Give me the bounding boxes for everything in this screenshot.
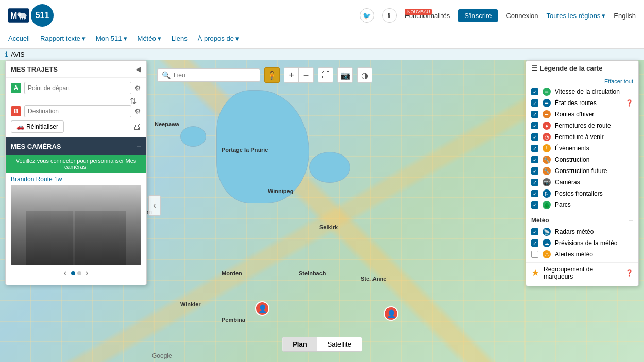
camera-toggle-button[interactable]: 📷 xyxy=(337,67,353,83)
search-box: 🔍 xyxy=(157,68,260,82)
meteo-collapse-button[interactable]: − xyxy=(629,216,633,225)
legend-check-radars[interactable]: ✓ xyxy=(531,228,538,235)
legend-check-evenements[interactable]: ✓ xyxy=(531,145,538,152)
nav-a-propos[interactable]: À propos de ▾ xyxy=(198,35,239,42)
meteo-section-header: Météo − xyxy=(526,213,638,226)
logo-511[interactable]: 511 xyxy=(31,4,54,27)
lake-small-2 xyxy=(180,126,206,147)
etat-info-icon[interactable]: ❓ xyxy=(625,99,633,107)
legend-check-hiver[interactable]: ✓ xyxy=(531,111,538,118)
trajets-collapse-button[interactable]: ◀ xyxy=(135,65,141,73)
legend-label-postes: Postes frontaliers xyxy=(555,190,603,197)
legend-item-construction[interactable]: ✓ 🔧 Construction xyxy=(526,154,638,165)
legend-item-radars[interactable]: ✓ 📡 Radars météo xyxy=(526,226,638,237)
nav-liens[interactable]: Liens xyxy=(172,35,188,42)
nav-accueil[interactable]: Accueil xyxy=(8,35,30,42)
left-panel: MES TRAJETS ◀ A ⚙ ⇅ B ⚙ 🚗 Réinitialiser xyxy=(5,60,147,285)
toutes-regions-dropdown[interactable]: Toutes les régions ▾ xyxy=(547,12,606,20)
effacer-tout-link[interactable]: Effacer tout xyxy=(604,78,633,84)
legend-check-postes[interactable]: ✓ xyxy=(531,190,538,197)
legend-item-construction-future[interactable]: ✓ 🔧 Construction future xyxy=(526,165,638,177)
legend-check-etat[interactable]: ✓ xyxy=(531,99,538,107)
camera-dot-1[interactable] xyxy=(71,271,75,275)
point-b-settings-button[interactable]: ⚙ xyxy=(134,107,141,115)
info-circle-icon[interactable]: ℹ xyxy=(382,8,397,23)
english-link[interactable]: English xyxy=(614,12,636,20)
point-a-input[interactable] xyxy=(24,82,131,94)
bison-icon: M xyxy=(8,8,29,23)
legend-check-previsions[interactable]: ✓ xyxy=(531,239,538,247)
nav-mon-511[interactable]: Mon 511 ▾ xyxy=(96,35,127,42)
legend-check-alertes[interactable] xyxy=(531,251,538,258)
camera-dot-2[interactable] xyxy=(77,271,81,275)
satellite-button[interactable]: Satellite xyxy=(317,337,362,351)
reinitialiser-button[interactable]: 🚗 Réinitialiser xyxy=(11,120,64,133)
legend-item-postes[interactable]: ✓ 🏳 Postes frontaliers xyxy=(526,188,638,199)
zoom-in-button[interactable]: + xyxy=(284,68,299,82)
nav-rapport-texte[interactable]: Rapport texte ▾ xyxy=(40,35,86,42)
point-a-row: A ⚙ xyxy=(11,82,141,94)
camera-name[interactable]: Brandon Route 1w xyxy=(11,176,141,183)
nav-meteo[interactable]: Météo ▾ xyxy=(138,35,161,42)
legend-check-fermeture-venir[interactable]: ✓ xyxy=(531,133,538,141)
legend-check-construction[interactable]: ✓ xyxy=(531,156,538,163)
legend-icon-fermetures: ● xyxy=(543,122,551,130)
legend-check-fermetures[interactable]: ✓ xyxy=(531,122,538,129)
sinscrire-button[interactable]: S'inscrire xyxy=(458,9,498,22)
svg-rect-7 xyxy=(25,17,26,19)
legend-item-vitesse[interactable]: ✓ ━ Vitesse de la circulation xyxy=(526,86,638,97)
lake-small-1 xyxy=(309,152,350,183)
map-person-marker-2[interactable]: 👤 xyxy=(384,306,398,321)
connexion-link[interactable]: Connexion xyxy=(506,12,538,20)
fullscreen-button[interactable]: ⛶ xyxy=(318,67,333,83)
camera-next-button[interactable]: › xyxy=(86,268,89,279)
legend-check-parcs[interactable]: ✓ xyxy=(531,201,538,209)
legend-item-fermetures[interactable]: ✓ ● Fermetures de route xyxy=(526,120,638,131)
legend-item-fermeture-venir[interactable]: ✓ ◔ Fermeture à venir xyxy=(526,131,638,143)
map-prev-button[interactable]: ‹ xyxy=(148,195,161,216)
point-a-settings-button[interactable]: ⚙ xyxy=(134,84,141,92)
legend-icon-construction-future: 🔧 xyxy=(543,167,551,175)
print-button[interactable]: 🖨 xyxy=(133,122,141,131)
camera-road-image xyxy=(11,185,141,265)
legend-item-hiver[interactable]: ✓ ━ Routes d'hiver xyxy=(526,109,638,120)
search-input[interactable] xyxy=(174,72,246,79)
groupement-info-icon[interactable]: ❓ xyxy=(625,269,633,277)
legend-item-etat[interactable]: ✓ ━ État des routes ❓ xyxy=(526,97,638,109)
legend-check-construction-future[interactable]: ✓ xyxy=(531,167,538,175)
groupement-star-icon: ★ xyxy=(531,267,539,279)
nouveau-badge: NOUVEAU xyxy=(405,9,432,15)
legend-icon-parcs: 🌲 xyxy=(543,201,551,209)
zoom-controls: + − xyxy=(284,67,314,83)
legend-check-vitesse[interactable]: ✓ xyxy=(531,88,538,95)
legend-label-hiver: Routes d'hiver xyxy=(555,111,594,118)
legend-label-cameras: Caméras xyxy=(555,179,580,186)
plan-button[interactable]: Plan xyxy=(282,337,317,351)
legend-item-cameras[interactable]: ✓ 📷 Caméras xyxy=(526,177,638,188)
legend-item-parcs[interactable]: ✓ 🌲 Parcs xyxy=(526,199,638,211)
map-container[interactable]: Winnipeg Brandon Portage la Prairie Daup… xyxy=(0,49,644,362)
login-prompt[interactable]: Veuillez vous connecter pour personnalis… xyxy=(6,155,146,173)
legend-item-previsions[interactable]: ✓ ☁ Prévisions de la météo xyxy=(526,237,638,249)
zoom-out-button[interactable]: − xyxy=(299,68,313,82)
svg-rect-6 xyxy=(24,17,25,20)
legend-label-construction: Construction xyxy=(555,156,589,163)
legend-title: ☰ Légende de la carte xyxy=(531,64,602,72)
legend-item-evenements[interactable]: ✓ ! Événements xyxy=(526,143,638,154)
cameras-section: MES CAMÉRAS − Veuillez vous connecter po… xyxy=(6,137,146,285)
cameras-collapse-button[interactable]: − xyxy=(137,142,141,151)
svg-rect-4 xyxy=(20,17,21,20)
person-control-button[interactable]: 🧍 xyxy=(264,67,280,83)
legend-label-groupement: Regroupement de marqueurs xyxy=(544,266,621,280)
legend-check-cameras[interactable]: ✓ xyxy=(531,179,538,186)
legend-item-groupement[interactable]: ★ Regroupement de marqueurs ❓ xyxy=(526,262,638,282)
legend-item-alertes[interactable]: ⚠ Alertes météo xyxy=(526,249,638,260)
contrast-button[interactable]: ◑ xyxy=(357,67,372,83)
twitter-icon[interactable]: 🐦 xyxy=(360,8,374,23)
point-b-input[interactable] xyxy=(24,105,131,117)
info-bar: ℹ AVIS xyxy=(0,49,644,60)
legend-label-fermeture-venir: Fermeture à venir xyxy=(555,133,604,141)
camera-image xyxy=(11,185,141,265)
map-person-marker-1[interactable]: 👤 xyxy=(255,301,269,316)
camera-prev-button[interactable]: ‹ xyxy=(64,268,67,279)
